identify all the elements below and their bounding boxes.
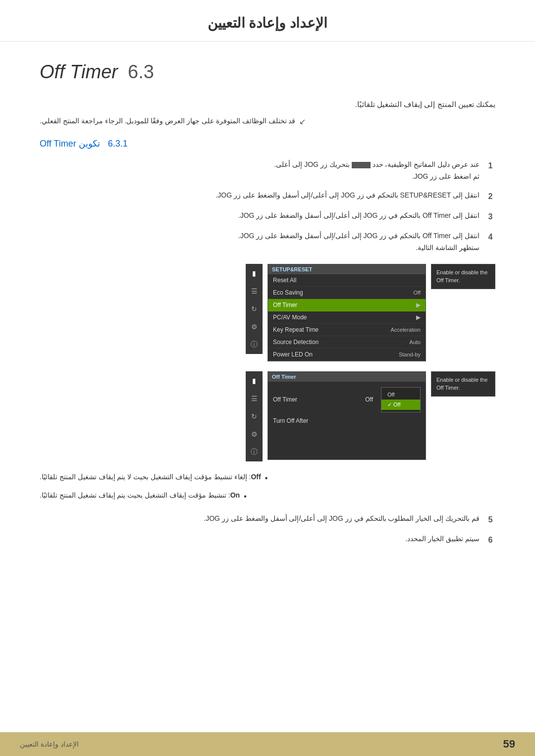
- off-timer-submenu-container: ▮ ☰ ↻ ⚙ ⓘ Off Timer Off Timer Off Off: [246, 371, 495, 461]
- submenu-row-off-timer: Off Timer Off Off ✓ Off: [268, 385, 426, 415]
- sidebar-icons-2: ▮ ☰ ↻ ⚙ ⓘ: [246, 371, 263, 461]
- monitor-icon: ▮: [249, 268, 260, 279]
- menu2-tooltip: Enable or disable the Off Timer.: [431, 371, 495, 397]
- popup-option-off: Off: [381, 390, 420, 400]
- step-4-text: انتقل إلى Off Timer بالتحكم في زر JOG إل…: [40, 230, 480, 254]
- step-4: 4 انتقل إلى Off Timer بالتحكم في زر JOG …: [40, 230, 495, 254]
- lines-icon: ☰: [249, 286, 260, 297]
- submenu-popup: Off ✓ Off: [381, 387, 421, 412]
- note-line: ↙ قد تختلف الوظائف المتوفرة على جهاز الع…: [40, 117, 495, 126]
- info-icon: ⓘ: [249, 339, 260, 350]
- page-header: الإعداد وإعادة التعيين: [0, 0, 535, 42]
- submenu-row-turn-off: Turn Off After: [268, 415, 426, 427]
- submenu-label-turn-off: Turn Off After: [273, 417, 308, 424]
- step-3: 3 انتقل إلى Off Timer بالتحكم في زر JOG …: [40, 210, 495, 223]
- step-1-text: عند عرض دليل المفاتيح الوظيفية، حدد بتحر…: [40, 159, 480, 183]
- menu-title-bar: SETUP&RESET: [268, 264, 426, 274]
- step-6-number: 6: [485, 533, 495, 547]
- menu1-tooltip: Enable or disable the Off Timer.: [431, 264, 495, 289]
- setup-reset-menu-container: ▮ ☰ ↻ ⚙ ⓘ SETUP&RESET Reset All Eco Savi…: [246, 264, 495, 361]
- rotate-icon: ↻: [249, 303, 260, 314]
- menu-screenshots: ▮ ☰ ↻ ⚙ ⓘ SETUP&RESET Reset All Eco Savi…: [69, 264, 495, 461]
- bullet-section: • Off: إلغاء تنشيط مؤقت إيقاف التشغيل بح…: [40, 471, 495, 503]
- submenu-body: Off Timer Off Off ✓ Off Turn Off After: [268, 382, 426, 459]
- menu-item-key-repeat: Key Repeat Time Acceleration: [268, 324, 426, 336]
- menu-item-eco-saving: Eco Saving Off: [268, 287, 426, 299]
- section-heading: 6.3 Off Timer: [40, 61, 495, 83]
- page-footer: 59 الإعداد وإعادة التعيين: [0, 732, 535, 756]
- off-timer-submenu: Off Timer Off Timer Off Off ✓ Off: [268, 371, 426, 460]
- gear-icon: ⚙: [249, 321, 260, 332]
- subsection-number: 6.3.1: [108, 139, 128, 149]
- footer-text: الإعداد وإعادة التعيين: [20, 740, 79, 748]
- gear-icon-2: ⚙: [249, 429, 260, 440]
- menu-item-off-timer: Off Timer ▶: [268, 299, 426, 311]
- step-2-text: انتقل إلى SETUP&RESET بالتحكم في زر JOG …: [40, 190, 480, 202]
- bullet-dot-2: •: [244, 490, 247, 503]
- step-1-number: 1: [485, 159, 495, 172]
- step-2-number: 2: [485, 190, 495, 203]
- section-title: Off Timer: [40, 61, 118, 83]
- step-3-text: انتقل إلى Off Timer بالتحكم في زر JOG إل…: [40, 210, 480, 222]
- intro-text: يمكنك تعيين المنتج إلى إيقاف التشغيل تلق…: [40, 98, 495, 111]
- step-1: 1 عند عرض دليل المفاتيح الوظيفية، حدد بت…: [40, 159, 495, 183]
- bullet-item-off: • Off: إلغاء تنشيط مؤقت إيقاف التشغيل بح…: [40, 471, 495, 485]
- step-3-number: 3: [485, 210, 495, 223]
- note-text: قد تختلف الوظائف المتوفرة على جهاز العرض…: [40, 117, 295, 125]
- submenu-title-bar: Off Timer: [268, 372, 426, 382]
- setup-reset-menu: SETUP&RESET Reset All Eco Saving Off Off…: [268, 264, 426, 361]
- step-6: 6 سيتم تطبيق الخيار المحدد.: [40, 533, 495, 547]
- subsection-heading: 6.3.1 تكوين Off Timer: [40, 138, 495, 149]
- bullet-text-on: On: تنشيط مؤقت إيقاف التشغيل بحيث يتم إي…: [40, 490, 240, 502]
- menu-item-source-detect: Source Detection Auto: [268, 336, 426, 349]
- rotate-icon-2: ↻: [249, 411, 260, 422]
- section-number: 6.3: [128, 61, 154, 83]
- steps-list: 1 عند عرض دليل المفاتيح الوظيفية، حدد بت…: [40, 159, 495, 254]
- steps-list-2: 5 قم بالتحريك إلى الخيار المطلوب بالتحكم…: [40, 513, 495, 547]
- step-5-number: 5: [485, 513, 495, 526]
- bullet-text-off: Off: إلغاء تنشيط مؤقت إيقاف التشغيل بحيث…: [40, 471, 261, 483]
- menu-item-reset-all: Reset All: [268, 274, 426, 287]
- step-6-text: سيتم تطبيق الخيار المحدد.: [40, 533, 480, 545]
- popup-option-off-selected: ✓ Off: [381, 400, 420, 410]
- bullet-item-on: • On: تنشيط مؤقت إيقاف التشغيل بحيث يتم …: [40, 490, 495, 503]
- menu-item-pcav-mode: PC/AV Mode ▶: [268, 311, 426, 324]
- step-5-text: قم بالتحريك إلى الخيار المطلوب بالتحكم ف…: [40, 513, 480, 525]
- info-icon-2: ⓘ: [249, 447, 260, 457]
- menu-item-power-led: Power LED On Stand-by: [268, 349, 426, 361]
- note-arrow-icon: ↙: [299, 117, 306, 126]
- submenu-label-off-timer: Off Timer: [273, 396, 297, 403]
- step-5: 5 قم بالتحريك إلى الخيار المطلوب بالتحكم…: [40, 513, 495, 526]
- page-number: 59: [503, 738, 515, 751]
- monitor-icon-2: ▮: [249, 375, 260, 386]
- step-2: 2 انتقل إلى SETUP&RESET بالتحكم في زر JO…: [40, 190, 495, 203]
- step-4-number: 4: [485, 230, 495, 244]
- bullet-dot-1: •: [265, 471, 268, 485]
- main-content: 6.3 Off Timer يمكنك تعيين المنتج إلى إيق…: [0, 42, 535, 603]
- sidebar-icons: ▮ ☰ ↻ ⚙ ⓘ: [246, 264, 263, 354]
- submenu-spacer: [268, 427, 426, 456]
- page-title: الإعداد وإعادة التعيين: [0, 15, 535, 31]
- lines-icon-2: ☰: [249, 393, 260, 404]
- subsection-title: تكوين Off Timer: [40, 138, 100, 149]
- submenu-value-off: Off Off ✓ Off: [365, 387, 421, 412]
